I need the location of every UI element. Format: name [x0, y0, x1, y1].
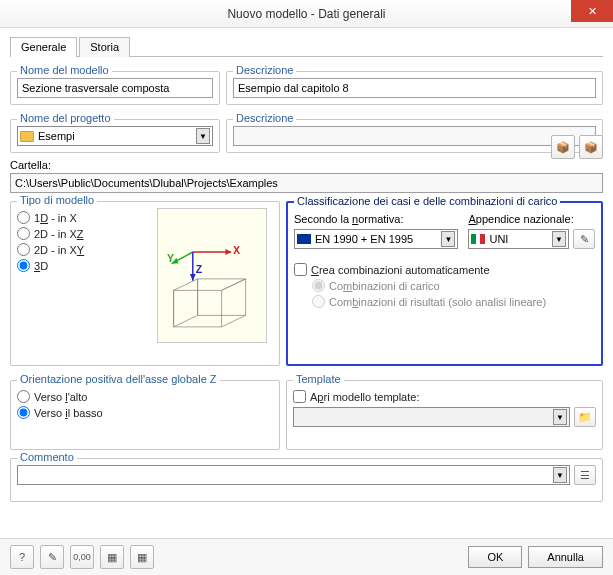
- edit-button[interactable]: ✎: [40, 545, 64, 569]
- radio-z-up[interactable]: Verso l'alto: [17, 390, 273, 403]
- group-model-name-legend: Nome del modello: [17, 64, 112, 76]
- group-project-name: Nome del progetto Esempi ▼: [10, 119, 220, 153]
- close-button[interactable]: ✕: [571, 0, 613, 22]
- pencil-icon: ✎: [48, 551, 57, 564]
- standard-select[interactable]: EN 1990 + EN 1995 ▼: [294, 229, 458, 249]
- group-classification: Classificazione dei casi e delle combina…: [286, 201, 603, 366]
- description-1-input[interactable]: [233, 78, 596, 98]
- it-flag-icon: [471, 234, 485, 244]
- radio-load-combinations: Combinazioni di carico: [312, 279, 595, 292]
- group-model-type: Tipo di modello 1D - in X 2D - in XZ 2D …: [10, 201, 280, 366]
- group-description-1: Descrizione: [226, 71, 603, 105]
- titlebar: Nuovo modello - Dati generali ✕: [0, 0, 613, 28]
- radio-2d-xy[interactable]: 2D - in XY: [17, 243, 147, 256]
- group-orientation: Orientazione positiva dell'asse globale …: [10, 380, 280, 450]
- window-title: Nuovo modello - Dati generali: [0, 7, 613, 21]
- package-icon: 📦: [556, 141, 570, 154]
- tab-general[interactable]: Generale: [10, 37, 77, 57]
- chevron-down-icon: ▼: [552, 231, 566, 247]
- group-model-name: Nome del modello: [10, 71, 220, 105]
- group-description-2-legend: Descrizione: [233, 112, 296, 124]
- svg-marker-1: [225, 249, 231, 255]
- check-auto-combinations[interactable]: Crea combinazioni automaticamente: [294, 263, 595, 276]
- comment-select[interactable]: ▼: [17, 465, 570, 485]
- annex-value: UNI: [489, 233, 508, 245]
- svg-text:Y: Y: [167, 251, 174, 263]
- folder-icon: 📁: [578, 411, 592, 424]
- description-2-input: [233, 126, 596, 146]
- annex-edit-button[interactable]: ✎: [573, 229, 595, 249]
- project-name-select[interactable]: Esempi ▼: [17, 126, 213, 146]
- svg-text:X: X: [233, 243, 240, 255]
- group-project-name-legend: Nome del progetto: [17, 112, 114, 124]
- ok-button[interactable]: OK: [468, 546, 522, 568]
- chevron-down-icon: ▼: [553, 409, 567, 425]
- project-open-button[interactable]: 📦: [579, 135, 603, 159]
- package-open-icon: 📦: [584, 141, 598, 154]
- chevron-down-icon: ▼: [196, 128, 210, 144]
- standard-value: EN 1990 + EN 1995: [315, 233, 413, 245]
- template-select: ▼: [293, 407, 570, 427]
- check-open-template[interactable]: Apri modello template:: [293, 390, 596, 403]
- ruler-icon: 0,00: [73, 552, 91, 562]
- save-plus-icon: ▦: [107, 551, 117, 564]
- eu-flag-icon: [297, 234, 311, 244]
- annex-select[interactable]: UNI ▼: [468, 229, 569, 249]
- edit-icon: ✎: [580, 233, 589, 246]
- load-template-button[interactable]: ▦: [130, 545, 154, 569]
- radio-2d-xz[interactable]: 2D - in XZ: [17, 227, 147, 240]
- load-arrow-icon: ▦: [137, 551, 147, 564]
- group-description-1-legend: Descrizione: [233, 64, 296, 76]
- svg-text:Z: Z: [196, 263, 203, 275]
- tabstrip: Generale Storia: [10, 36, 603, 57]
- units-button[interactable]: 0,00: [70, 545, 94, 569]
- folder-label: Cartella:: [10, 159, 603, 171]
- group-classification-legend: Classificazione dei casi e delle combina…: [294, 195, 560, 207]
- comment-pick-button[interactable]: ☰: [574, 465, 596, 485]
- folder-path-input: [10, 173, 603, 193]
- list-icon: ☰: [580, 469, 590, 482]
- tab-history[interactable]: Storia: [79, 37, 130, 57]
- group-template: Template Apri modello template: ▼ 📁: [286, 380, 603, 450]
- bottombar: ? ✎ 0,00 ▦ ▦ OK Annulla: [0, 538, 613, 575]
- standard-label: Secondo la normativa:: [294, 213, 458, 225]
- model-name-input[interactable]: [17, 78, 213, 98]
- radio-z-down[interactable]: Verso il basso: [17, 406, 273, 419]
- project-name-value: Esempi: [38, 130, 75, 142]
- folder-icon: [20, 131, 34, 142]
- model-type-preview: X Y Z: [157, 208, 267, 343]
- group-model-type-legend: Tipo di modello: [17, 194, 97, 206]
- radio-1d-x[interactable]: 1D - in X: [17, 211, 147, 224]
- template-browse-button[interactable]: 📁: [574, 407, 596, 427]
- project-new-button[interactable]: 📦: [551, 135, 575, 159]
- group-description-2: Descrizione: [226, 119, 603, 153]
- chevron-down-icon: ▼: [441, 231, 455, 247]
- group-orientation-legend: Orientazione positiva dell'asse globale …: [17, 373, 220, 385]
- cancel-button[interactable]: Annulla: [528, 546, 603, 568]
- group-comment: Commento ▼ ☰: [10, 458, 603, 502]
- axes-3d-icon: X Y Z: [164, 221, 260, 331]
- close-icon: ✕: [588, 5, 597, 18]
- help-button[interactable]: ?: [10, 545, 34, 569]
- annex-label: Appendice nazionale:: [468, 213, 595, 225]
- group-template-legend: Template: [293, 373, 344, 385]
- chevron-down-icon: ▼: [553, 467, 567, 483]
- radio-result-combinations: Combinazioni di risultati (solo analisi …: [312, 295, 595, 308]
- save-template-button[interactable]: ▦: [100, 545, 124, 569]
- group-comment-legend: Commento: [17, 451, 77, 463]
- help-icon: ?: [19, 551, 25, 563]
- radio-3d[interactable]: 3D: [17, 259, 147, 272]
